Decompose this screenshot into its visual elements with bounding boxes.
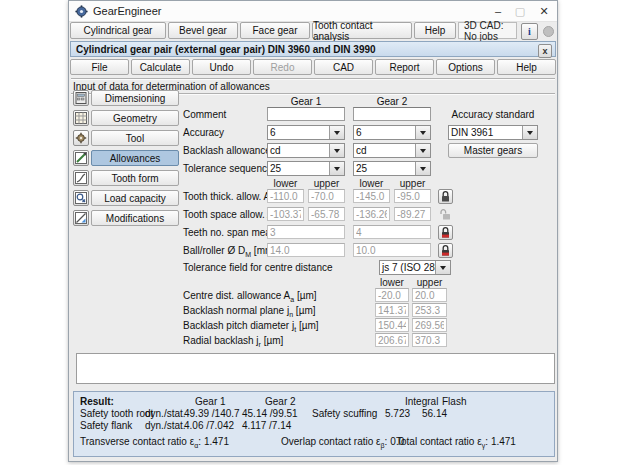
modifications-icon[interactable]: [73, 210, 89, 226]
chevron-down-icon[interactable]: [435, 261, 450, 274]
toolbar-calculate-button[interactable]: Calculate: [131, 59, 190, 75]
sidebar-label-tool[interactable]: Tool: [91, 130, 179, 146]
teeth-span-gear1-input[interactable]: [267, 225, 345, 239]
overlap-contact-ratio: Overlap contact ratio εβ:0.0: [281, 436, 396, 448]
tooth-thick-g1-upper-input[interactable]: [308, 189, 345, 203]
centre-tolerance-select[interactable]: js 7 (ISO 286): [379, 260, 451, 275]
backlash-seq-gear1-select[interactable]: cd: [267, 143, 345, 158]
safety-tooth-root-label: Safety tooth root: [80, 408, 145, 419]
sidebar-label-load-capacity[interactable]: Load capacity: [91, 190, 179, 206]
backlash-normal-lower-input[interactable]: [375, 303, 409, 317]
result-gear2-header: Gear 2: [253, 396, 335, 407]
safety-flank-label: Safety flank: [80, 420, 145, 431]
grid-icon[interactable]: [73, 110, 89, 126]
lock-open-icon: [438, 207, 453, 222]
lock-red-icon[interactable]: [438, 243, 453, 258]
backlash-seq-gear1-value: cd: [268, 144, 329, 157]
centre-tolerance-value: js 7 (ISO 286): [380, 261, 435, 274]
tooth-space-g1-lower-input[interactable]: [267, 207, 304, 221]
chevron-down-icon[interactable]: [415, 126, 430, 139]
accuracy-label: Accuracy: [183, 127, 224, 138]
gear2-header: Gear 2: [353, 96, 431, 107]
result-integral-header: Integral: [405, 396, 442, 407]
radial-backlash-lower-input[interactable]: [375, 333, 409, 347]
tooth-space-g2-upper-input[interactable]: [394, 207, 431, 221]
sidebar-label-dimensioning[interactable]: Dimensioning: [91, 90, 179, 106]
col-lower-header: lower: [375, 277, 409, 288]
sidebar-item-load-capacity[interactable]: Load capacity: [73, 190, 179, 206]
total-contact-ratio: Total contact ratio εγ:1.471: [396, 436, 516, 448]
sidebar-label-tooth-form[interactable]: Tooth form: [91, 170, 179, 186]
radial-backlash-upper-input[interactable]: [412, 333, 447, 347]
centre-dist-upper-input[interactable]: [412, 288, 447, 302]
accuracy-gear1-value: 6: [268, 126, 329, 139]
backlash-seq-gear2-select[interactable]: cd: [353, 143, 431, 158]
mode-label: dyn./stat.: [145, 420, 184, 431]
safety-scuffing-label: Safety scuffing: [312, 408, 385, 419]
sidebar-label-modifications[interactable]: Modifications: [91, 210, 179, 226]
tooth-space-g2-lower-input[interactable]: [353, 207, 390, 221]
lock-closed-icon[interactable]: [438, 189, 453, 204]
tolerance-seq-gear1-select[interactable]: 25: [267, 161, 345, 176]
col-lower-header: lower: [267, 178, 304, 189]
tolerance-seq-label: Tolerance sequence: [183, 163, 273, 174]
chevron-down-icon[interactable]: [522, 126, 537, 139]
comment-gear1-input[interactable]: [267, 107, 345, 121]
tooth-thick-g2-upper-input[interactable]: [394, 189, 431, 203]
result-row-tooth-root: Safety tooth root dyn./stat. 49.39 /140.…: [80, 407, 554, 419]
backlash-normal-upper-input[interactable]: [412, 303, 447, 317]
sidebar-item-tool[interactable]: Tool: [73, 130, 179, 146]
lock-red-icon[interactable]: [438, 225, 453, 240]
teeth-span-gear2-input[interactable]: [353, 225, 431, 239]
tooth-root-gear2-value: 45.14 /99.51: [242, 408, 312, 419]
load-capacity-icon[interactable]: [73, 190, 89, 206]
backlash-pitch-label: Backlash pitch diameter jt [µm]: [183, 320, 319, 333]
backlash-pitch-upper-input[interactable]: [412, 318, 447, 332]
calculator-icon[interactable]: [73, 90, 89, 106]
sidebar-item-tooth-form[interactable]: Tooth form: [73, 170, 179, 186]
ball-roller-gear1-input[interactable]: [267, 243, 345, 257]
centre-tolerance-label: Tolerance field for centre distance: [183, 262, 333, 273]
tooth-thick-g2-lower-input[interactable]: [353, 189, 390, 203]
app-gear-icon: [75, 5, 88, 18]
mode-label: dyn./stat.: [145, 408, 184, 419]
col-upper-header: upper: [394, 178, 431, 189]
sidebar-label-geometry[interactable]: Geometry: [91, 110, 179, 126]
tooth-space-g1-upper-input[interactable]: [308, 207, 345, 221]
centre-dist-allowance-label: Centre dist. allowance Aa [µm]: [183, 290, 317, 303]
chevron-down-icon[interactable]: [415, 144, 430, 157]
allowances-icon[interactable]: [73, 150, 89, 166]
accuracy-gear2-select[interactable]: 6: [353, 125, 431, 140]
backlash-pitch-lower-input[interactable]: [375, 318, 409, 332]
gear-tool-icon[interactable]: [73, 130, 89, 146]
radial-backlash-label: Radial backlash jr [µm]: [183, 335, 283, 348]
toolbar-file-button[interactable]: File: [70, 59, 129, 75]
accuracy-gear2-value: 6: [354, 126, 415, 139]
chevron-down-icon[interactable]: [415, 162, 430, 175]
tolerance-seq-gear2-select[interactable]: 25: [353, 161, 431, 176]
master-gears-button[interactable]: Master gears: [448, 143, 538, 158]
ball-roller-gear2-input[interactable]: [353, 243, 431, 257]
sidebar-item-dimensioning[interactable]: Dimensioning: [73, 90, 179, 106]
accuracy-gear1-select[interactable]: 6: [267, 125, 345, 140]
sidebar-item-allowances[interactable]: Allowances: [73, 150, 179, 166]
comment-gear2-input[interactable]: [353, 107, 431, 121]
result-flash-header: Flash: [442, 396, 466, 407]
sidebar-label-allowances[interactable]: Allowances: [91, 150, 179, 166]
window-title: GearEngineer: [93, 5, 162, 17]
sidebar-item-geometry[interactable]: Geometry: [73, 110, 179, 126]
sidebar-item-modifications[interactable]: Modifications: [73, 210, 179, 226]
tooth-form-icon[interactable]: [73, 170, 89, 186]
accuracy-standard-select[interactable]: DIN 3961: [448, 125, 538, 140]
scuffing-flash-value: 56.14: [422, 408, 447, 419]
chevron-down-icon[interactable]: [329, 126, 344, 139]
transverse-contact-ratio: Transverse contact ratio εα:1.471: [80, 436, 281, 448]
tooth-root-gear1-value: 49.39 /140.7: [184, 408, 242, 419]
backlash-normal-plane-label: Backlash normal plane jn [µm]: [183, 305, 316, 318]
centre-dist-lower-input[interactable]: [375, 288, 409, 302]
chevron-down-icon[interactable]: [329, 162, 344, 175]
chevron-down-icon[interactable]: [329, 144, 344, 157]
tooth-thick-g1-lower-input[interactable]: [267, 189, 304, 203]
menu-cylindrical-gear[interactable]: Cylindrical gear: [70, 22, 166, 39]
accuracy-standard-label: Accuracy standard: [448, 109, 538, 120]
